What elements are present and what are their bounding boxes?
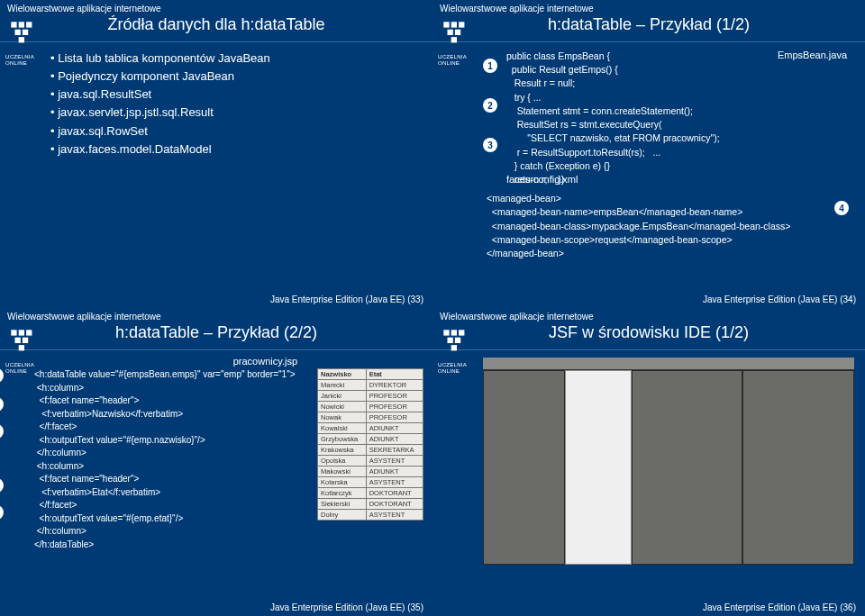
svg-rect-5: [19, 37, 24, 42]
svg-rect-9: [448, 30, 453, 35]
svg-rect-3: [15, 30, 21, 35]
svg-rect-19: [451, 330, 457, 335]
slide-35: Wielowarstwowe aplikacje internetowe h:d…: [0, 308, 432, 616]
table-row: DolnyASYSTENT: [318, 510, 423, 521]
table-row: KotarskaASYSTENT: [318, 477, 423, 488]
list-item: javax.sql.RowSet: [50, 122, 422, 140]
bullet-list: Lista lub tablica komponentów JavaBean P…: [50, 50, 422, 159]
filename-label: faces-config.xml: [506, 174, 854, 185]
list-item: javax.servlet.jsp.jstl.sql.Result: [50, 104, 422, 122]
svg-rect-15: [15, 338, 21, 343]
svg-rect-23: [451, 345, 457, 350]
xml-code: <managed-bean> <managed-bean-name>empsBe…: [487, 192, 854, 260]
svg-rect-4: [23, 30, 28, 35]
logo-text: UCZELNIAONLINE: [5, 54, 34, 67]
slide-title: Źródła danych dla h:dataTable: [0, 14, 432, 40]
svg-rect-10: [455, 30, 460, 35]
svg-rect-6: [443, 22, 449, 27]
svg-rect-17: [19, 345, 24, 350]
callout-1: 1: [483, 59, 497, 73]
svg-rect-20: [459, 330, 464, 335]
svg-rect-13: [19, 330, 24, 335]
logo-icon: [438, 16, 476, 56]
table-row: KowalskiADIUNKT: [318, 423, 423, 434]
table-row: KotlarczykDOKTORANT: [318, 488, 423, 499]
svg-rect-0: [11, 22, 16, 27]
slide-title: h:dataTable – Przykład (2/2): [0, 322, 432, 348]
list-item: java.sql.ResultSet: [50, 86, 422, 104]
callout-2: 2: [483, 98, 497, 113]
breadcrumb: Wielowarstwowe aplikacje internetowe: [432, 308, 865, 322]
java-code: public class EmpsBean { public Result ge…: [506, 50, 854, 186]
table-row: NowickiPROFESOR: [318, 402, 423, 412]
logo-icon: [5, 16, 43, 56]
slide-33: Wielowarstwowe aplikacje internetowe Źró…: [0, 0, 432, 308]
svg-rect-7: [451, 22, 457, 27]
callout-4: 4: [0, 478, 4, 493]
jsp-code: <h:dataTable value="#{empsBean.emps}" va…: [34, 368, 310, 551]
svg-rect-16: [23, 338, 28, 343]
callout-3: 3: [483, 138, 497, 152]
list-item: Lista lub tablica komponentów JavaBean: [50, 50, 422, 68]
table-row: GrzybowskaADIUNKT: [318, 434, 423, 445]
slide-title: h:dataTable – Przykład (1/2): [432, 14, 865, 40]
table-row: NowakPROFESOR: [318, 412, 423, 423]
filename-label: EmpsBean.java: [778, 50, 847, 60]
callout-1: 1: [0, 368, 4, 383]
svg-rect-14: [26, 330, 32, 335]
svg-rect-22: [455, 338, 460, 343]
slide-36: Wielowarstwowe aplikacje internetowe JSF…: [432, 308, 865, 616]
slide-34: Wielowarstwowe aplikacje internetowe h:d…: [432, 0, 865, 308]
logo-icon: [438, 324, 476, 364]
svg-rect-2: [26, 22, 32, 27]
slide-footer: Java Enterprise Edition (Java EE) (33): [270, 294, 423, 304]
callout-2: 2: [0, 397, 4, 412]
slide-title: JSF w środowisku IDE (1/2): [432, 322, 865, 348]
table-row: OpolskaASYSTENT: [318, 456, 423, 467]
list-item: javax.faces.model.DataModel: [50, 140, 422, 159]
ide-screenshot: [483, 358, 854, 565]
svg-rect-1: [19, 22, 24, 27]
breadcrumb: Wielowarstwowe aplikacje internetowe: [0, 0, 432, 14]
slide-footer: Java Enterprise Edition (Java EE) (36): [703, 602, 856, 612]
svg-rect-12: [11, 330, 16, 335]
table-row: KrakowskaSEKRETARKA: [318, 445, 423, 456]
breadcrumb: Wielowarstwowe aplikacje internetowe: [432, 0, 865, 14]
slide-footer: Java Enterprise Edition (Java EE) (34): [703, 294, 856, 304]
svg-rect-21: [448, 338, 453, 343]
table-row: MakowskiADIUNKT: [318, 467, 423, 477]
svg-rect-11: [451, 37, 457, 42]
logo-icon: [5, 324, 43, 364]
logo-text: UCZELNIAONLINE: [438, 54, 467, 67]
table-row: JanickiPROFESOR: [318, 391, 423, 402]
filename-label: pracownicy.jsp: [9, 356, 423, 367]
svg-rect-18: [443, 330, 449, 335]
table-row: MareckiDYREKTOR: [318, 380, 423, 391]
logo-text: UCZELNIAONLINE: [438, 362, 467, 375]
callout-5: 5: [0, 505, 4, 520]
result-table: Nazwisko Etat MareckiDYREKTORJanickiPROF…: [317, 368, 423, 521]
breadcrumb: Wielowarstwowe aplikacje internetowe: [0, 308, 432, 322]
table-row: SiekierskiDOKTORANT: [318, 499, 423, 510]
slide-footer: Java Enterprise Edition (Java EE) (35): [270, 602, 423, 612]
callout-3: 3: [0, 424, 4, 439]
svg-rect-8: [459, 22, 464, 27]
list-item: Pojedynczy komponent JavaBean: [50, 68, 422, 86]
